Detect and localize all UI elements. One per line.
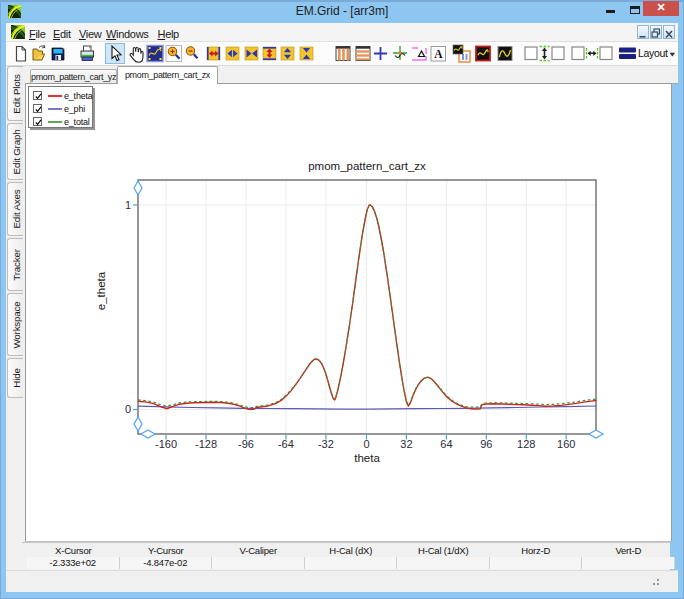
svg-text:Layout: Layout xyxy=(638,47,668,59)
svg-text:A: A xyxy=(434,48,443,60)
